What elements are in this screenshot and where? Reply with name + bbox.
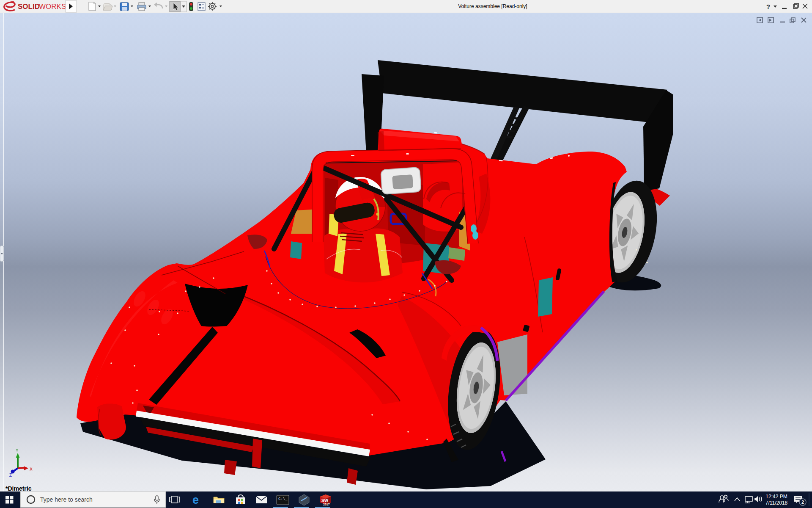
svg-text:SW: SW bbox=[321, 498, 329, 503]
svg-text:Type here to search: Type here to search bbox=[40, 496, 93, 503]
svg-text:Z: Z bbox=[9, 473, 12, 478]
svg-text:2017: 2017 bbox=[323, 503, 330, 506]
svg-text:Y: Y bbox=[16, 448, 19, 453]
svg-text:C:\_: C:\_ bbox=[278, 497, 288, 501]
svg-text:X: X bbox=[30, 467, 33, 472]
svg-text:SOLID: SOLID bbox=[18, 3, 40, 11]
svg-text:WORKS: WORKS bbox=[39, 3, 66, 11]
svg-text:?: ? bbox=[766, 3, 770, 10]
svg-text:Voiture assemblee [Read-only]: Voiture assemblee [Read-only] bbox=[458, 3, 527, 9]
svg-text:e: e bbox=[192, 494, 199, 506]
svg-text:7/11/2018: 7/11/2018 bbox=[765, 500, 788, 506]
svg-text:2: 2 bbox=[801, 500, 804, 505]
svg-text:12:42 PM: 12:42 PM bbox=[765, 494, 787, 500]
